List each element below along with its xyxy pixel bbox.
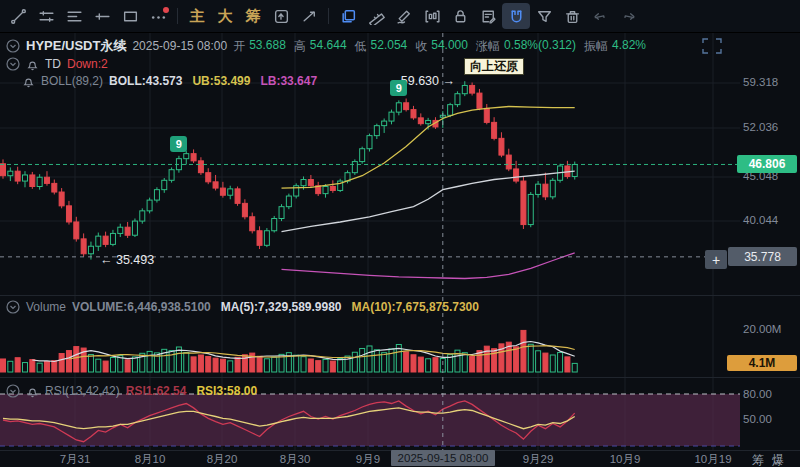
- candle: [228, 189, 233, 195]
- candle: [162, 180, 167, 189]
- candle: [367, 136, 372, 149]
- candle: [264, 231, 269, 246]
- field-value: 52.054: [371, 38, 408, 55]
- trend-line-icon[interactable]: [4, 3, 32, 29]
- rectangle-icon[interactable]: [116, 3, 144, 29]
- candle: [66, 206, 71, 222]
- volume-bar: [374, 350, 379, 372]
- volume-bar: [125, 360, 130, 372]
- chip-button[interactable]: 筹: [239, 3, 267, 29]
- price-axis-tick: 40.044: [743, 214, 778, 226]
- field-label: 高: [294, 38, 306, 55]
- trash-icon[interactable]: [558, 3, 586, 29]
- td-status: Down:2: [67, 57, 108, 71]
- collapse-chevron-icon[interactable]: [6, 384, 20, 398]
- restore-layout-icon[interactable]: [702, 38, 722, 54]
- volume-indicator-row: Volume VOLUME:6,446,938.5100MA(5):7,329,…: [6, 300, 479, 314]
- main-indicator-button[interactable]: 主: [183, 3, 211, 29]
- large-view-button[interactable]: 大: [211, 3, 239, 29]
- volume-bar: [147, 351, 152, 372]
- volume-bar: [169, 351, 174, 372]
- restore-tooltip: 向上还原: [464, 58, 524, 75]
- candle: [536, 184, 541, 194]
- candle: [323, 187, 328, 194]
- rsi-values: RSI1:62.54RSI3:58.00: [126, 384, 257, 398]
- collapse-chevron-icon[interactable]: [6, 300, 20, 314]
- candle: [125, 227, 130, 235]
- pattern-icon[interactable]: [418, 3, 446, 29]
- alert-bell-icon[interactable]: [26, 385, 39, 398]
- volume-bar: [272, 357, 277, 372]
- collapse-chevron-icon[interactable]: [6, 57, 20, 71]
- volume-bar: [352, 352, 357, 372]
- volume-bar: [235, 357, 240, 372]
- align-lines-icon[interactable]: [60, 3, 88, 29]
- more-drawings-icon[interactable]: [144, 3, 172, 29]
- redo-icon[interactable]: [614, 3, 642, 29]
- volume-bar: [228, 361, 233, 372]
- lock-icon[interactable]: [446, 3, 474, 29]
- candle: [30, 175, 35, 187]
- x-axis-date-label: 10月19: [694, 452, 731, 467]
- candle: [448, 105, 453, 116]
- volume-bar: [550, 355, 555, 372]
- volume-bar: [543, 353, 548, 372]
- candle: [330, 187, 335, 191]
- candle: [389, 112, 394, 121]
- field-value: 53.688: [249, 38, 286, 55]
- candle: [198, 161, 203, 173]
- price-alert-plus-button[interactable]: +: [705, 250, 727, 269]
- volume-bar: [52, 361, 57, 372]
- alert-bell-icon[interactable]: [26, 58, 39, 71]
- chip-distribution-footer-button[interactable]: 筹: [752, 452, 764, 467]
- volume-bar: [418, 357, 423, 372]
- candle: [8, 171, 13, 176]
- trend-arrow-icon[interactable]: [295, 3, 323, 29]
- candle: [521, 181, 526, 225]
- candle: [15, 171, 20, 181]
- brush-icon[interactable]: [390, 3, 418, 29]
- volume-bar: [8, 361, 13, 372]
- volume-bar: [88, 355, 93, 372]
- candle: [59, 192, 64, 206]
- candle: [550, 180, 555, 197]
- template-sync-icon[interactable]: [267, 3, 295, 29]
- candle: [81, 239, 86, 254]
- x-axis-date-label: 10月9: [610, 452, 641, 467]
- bar-time: 2025-09-15 08:00: [132, 39, 227, 53]
- symbol-name[interactable]: HYPE/USDT永续: [26, 37, 126, 55]
- volume-bar: [110, 358, 115, 372]
- filter-icon[interactable]: [530, 3, 558, 29]
- liquidation-button[interactable]: 爆: [772, 452, 784, 467]
- rsi-band: [0, 394, 740, 446]
- volume-bar: [411, 355, 416, 372]
- collapse-chevron-icon[interactable]: [6, 39, 20, 53]
- volume-bar: [536, 351, 541, 372]
- ohlc-values: 开53.688高54.644低52.054收54.000涨幅0.58%(0.31…: [233, 38, 646, 55]
- horizontal-ray-icon[interactable]: [88, 3, 116, 29]
- candle: [528, 194, 533, 224]
- copy-icon[interactable]: [334, 3, 362, 29]
- ruler-icon[interactable]: [362, 3, 390, 29]
- alert-bell-icon[interactable]: [22, 75, 35, 88]
- undo-icon[interactable]: [586, 3, 614, 29]
- volume-bar: [294, 355, 299, 372]
- magnet-icon[interactable]: [502, 3, 530, 29]
- volume-bar: [308, 359, 313, 372]
- candle: [1, 164, 6, 176]
- candle: [257, 231, 262, 246]
- indicator-value: UB:53.499: [192, 74, 250, 88]
- volume-bar: [59, 354, 64, 372]
- candle: [147, 200, 152, 211]
- note-icon[interactable]: [474, 3, 502, 29]
- candle: [492, 122, 497, 138]
- field-label: 收: [415, 38, 427, 55]
- volume-bar: [213, 358, 218, 372]
- x-axis-date-label: 8月30: [280, 452, 311, 467]
- parallel-lines-icon[interactable]: [32, 3, 60, 29]
- x-axis-date-label: 8月20: [207, 452, 238, 467]
- indicator-value: VOLUME:6,446,938.5100: [72, 300, 211, 314]
- x-axis-date-label: 8月10: [135, 452, 166, 467]
- symbol-info-bar: HYPE/USDT永续 2025-09-15 08:00 开53.688高54.…: [6, 37, 646, 55]
- candle: [382, 121, 387, 126]
